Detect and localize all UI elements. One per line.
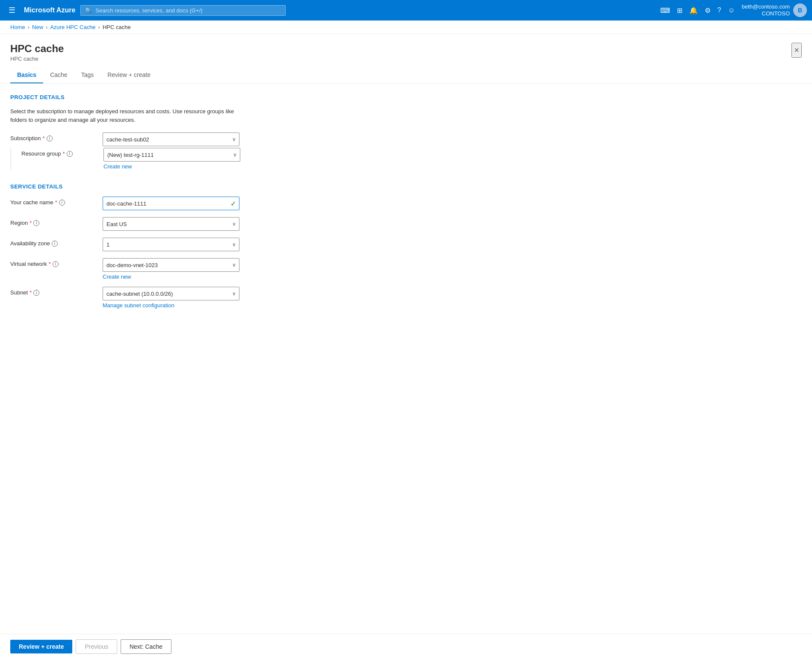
- search-input[interactable]: [95, 7, 281, 14]
- region-label: Region * i: [10, 217, 96, 226]
- form-content: PROJECT DETAILS Select the subscription …: [0, 84, 385, 360]
- avatar: B: [793, 3, 807, 17]
- region-control: East US ∨: [103, 217, 239, 231]
- region-row: Region * i East US ∨: [10, 217, 375, 231]
- previous-button: Previous: [76, 639, 117, 654]
- subnet-control: cache-subnet (10.0.0.0/26) ∨ Manage subn…: [103, 287, 239, 309]
- resource-group-label: Resource group * i: [21, 148, 97, 157]
- resource-group-select-wrapper: (New) test-rg-1111 ∨: [103, 148, 240, 162]
- cache-name-info-icon[interactable]: i: [59, 200, 65, 206]
- close-button[interactable]: ×: [791, 43, 802, 58]
- settings-icon[interactable]: ⚙: [705, 6, 711, 15]
- page-subtitle: HPC cache: [10, 56, 64, 62]
- virtual-network-info-icon[interactable]: i: [53, 261, 59, 267]
- subnet-label: Subnet * i: [10, 287, 96, 296]
- search-bar[interactable]: 🔍: [80, 5, 286, 16]
- terminal-icon[interactable]: ⌨: [660, 6, 670, 15]
- main-container: HPC cache HPC cache × Basics Cache Tags …: [0, 34, 812, 657]
- availability-zone-control: 1 ∨: [103, 238, 239, 251]
- subscription-control: cache-test-sub02 ∨: [103, 132, 239, 146]
- help-icon[interactable]: ?: [718, 6, 721, 14]
- project-details-title: PROJECT DETAILS: [10, 94, 375, 100]
- search-icon: 🔍: [85, 7, 92, 14]
- virtual-network-select[interactable]: doc-demo-vnet-1023: [103, 258, 239, 272]
- hamburger-menu[interactable]: ☰: [5, 4, 19, 17]
- breadcrumb-azure-hpc-cache[interactable]: Azure HPC Cache: [50, 24, 95, 30]
- app-logo: Microsoft Azure: [24, 6, 75, 14]
- cache-name-label: Your cache name * i: [10, 197, 96, 206]
- next-button[interactable]: Next: Cache: [121, 639, 171, 654]
- virtual-network-required: *: [49, 261, 51, 267]
- subscription-row: Subscription * i cache-test-sub02 ∨: [10, 132, 375, 146]
- cache-name-required: *: [55, 199, 57, 206]
- create-virtual-network-link[interactable]: Create new: [103, 274, 131, 280]
- breadcrumb-current: HPC cache: [103, 24, 131, 30]
- subscription-required: *: [43, 135, 45, 141]
- subscription-info-icon[interactable]: i: [47, 135, 53, 141]
- project-details-section: PROJECT DETAILS Select the subscription …: [10, 94, 375, 170]
- manage-subnet-link[interactable]: Manage subnet configuration: [103, 302, 174, 309]
- breadcrumb-new[interactable]: New: [32, 24, 43, 30]
- resource-group-row: Resource group * i (New) test-rg-1111 ∨ …: [10, 148, 375, 170]
- form-scroll-area: PROJECT DETAILS Select the subscription …: [0, 84, 812, 657]
- tab-cache[interactable]: Cache: [43, 67, 74, 83]
- breadcrumb-home[interactable]: Home: [10, 24, 25, 30]
- virtual-network-control: doc-demo-vnet-1023 ∨ Create new: [103, 258, 239, 280]
- availability-zone-select[interactable]: 1: [103, 238, 239, 251]
- nav-icons: ⌨ ⊞ 🔔 ⚙ ? ☺ beth@contoso.com CONTOSO B: [660, 3, 807, 17]
- resource-group-select[interactable]: (New) test-rg-1111: [103, 148, 240, 162]
- region-select[interactable]: East US: [103, 217, 239, 231]
- portal-icon[interactable]: ⊞: [677, 6, 682, 15]
- tab-basics[interactable]: Basics: [10, 67, 43, 83]
- availability-zone-select-wrapper: 1 ∨: [103, 238, 239, 251]
- virtual-network-row: Virtual network * i doc-demo-vnet-1023 ∨…: [10, 258, 375, 280]
- availability-zone-row: Availability zone i 1 ∨: [10, 238, 375, 251]
- subnet-select[interactable]: cache-subnet (10.0.0.0/26): [103, 287, 239, 300]
- cache-name-row: Your cache name * i ✓: [10, 197, 375, 210]
- subscription-select-wrapper: cache-test-sub02 ∨: [103, 132, 239, 146]
- region-required: *: [30, 220, 32, 226]
- header-text: HPC cache HPC cache: [10, 43, 64, 62]
- feedback-icon[interactable]: ☺: [728, 6, 735, 14]
- footer: Review + create Previous Next: Cache: [0, 634, 812, 657]
- resource-group-required: *: [63, 150, 65, 157]
- resource-group-info-icon[interactable]: i: [67, 151, 73, 157]
- page-title: HPC cache: [10, 43, 64, 55]
- cache-name-input-wrapper: ✓: [103, 197, 239, 210]
- user-menu[interactable]: beth@contoso.com CONTOSO B: [742, 3, 807, 17]
- page-header: HPC cache HPC cache ×: [0, 34, 812, 62]
- service-details-title: SERVICE DETAILS: [10, 183, 375, 190]
- create-resource-group-link[interactable]: Create new: [103, 163, 132, 170]
- service-details-section: SERVICE DETAILS Your cache name * i ✓: [10, 183, 375, 309]
- tab-review-create[interactable]: Review + create: [100, 67, 157, 83]
- subnet-row: Subnet * i cache-subnet (10.0.0.0/26) ∨ …: [10, 287, 375, 309]
- user-email: beth@contoso.com: [742, 3, 790, 10]
- breadcrumb: Home › New › Azure HPC Cache › HPC cache: [0, 21, 812, 34]
- cache-name-valid-icon: ✓: [230, 200, 236, 208]
- subscription-label: Subscription * i: [10, 132, 96, 141]
- tabs: Basics Cache Tags Review + create: [0, 67, 812, 84]
- cache-name-input[interactable]: [103, 197, 239, 210]
- notification-icon[interactable]: 🔔: [689, 6, 698, 15]
- subscription-select[interactable]: cache-test-sub02: [103, 132, 239, 146]
- subnet-info-icon[interactable]: i: [33, 290, 39, 296]
- tab-tags[interactable]: Tags: [74, 67, 101, 83]
- availability-zone-info-icon[interactable]: i: [52, 241, 58, 247]
- region-info-icon[interactable]: i: [33, 220, 39, 226]
- review-create-button[interactable]: Review + create: [10, 640, 72, 653]
- top-navigation: ☰ Microsoft Azure 🔍 ⌨ ⊞ 🔔 ⚙ ? ☺ beth@con…: [0, 0, 812, 21]
- cache-name-control: ✓: [103, 197, 239, 210]
- region-select-wrapper: East US ∨: [103, 217, 239, 231]
- resource-group-control: (New) test-rg-1111 ∨ Create new: [103, 148, 240, 170]
- project-details-description: Select the subscription to manage deploy…: [10, 107, 250, 124]
- subnet-select-wrapper: cache-subnet (10.0.0.0/26) ∨: [103, 287, 239, 300]
- user-org: CONTOSO: [742, 10, 790, 17]
- subnet-required: *: [30, 289, 32, 296]
- virtual-network-select-wrapper: doc-demo-vnet-1023 ∨: [103, 258, 239, 272]
- availability-zone-label: Availability zone i: [10, 238, 96, 247]
- virtual-network-label: Virtual network * i: [10, 258, 96, 267]
